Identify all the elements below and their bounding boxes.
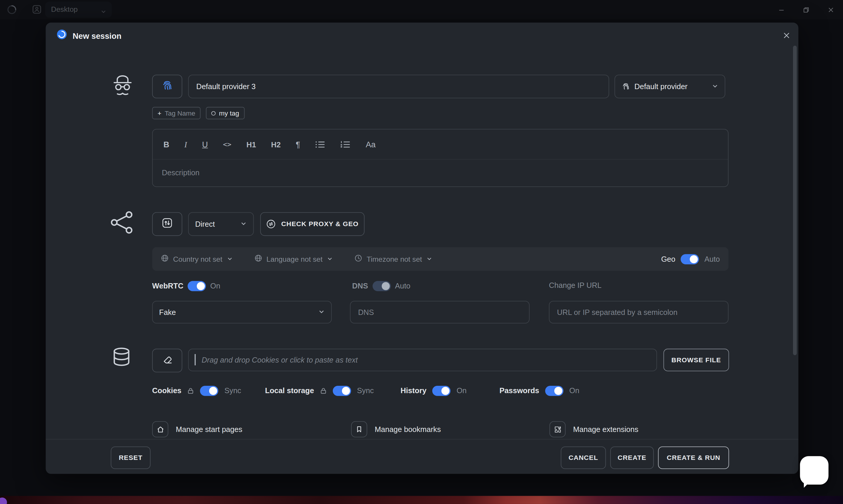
tag-chip[interactable]: my tag bbox=[206, 107, 245, 120]
chevron-down-icon bbox=[227, 255, 232, 263]
timezone-label: Timezone not set bbox=[367, 255, 422, 263]
check-proxy-geo-label: CHECK PROXY & GEO bbox=[281, 220, 359, 228]
create-and-run-button[interactable]: CREATE & RUN bbox=[658, 446, 729, 469]
provider-select[interactable]: Default provider bbox=[614, 75, 725, 98]
puzzle-icon bbox=[549, 421, 565, 437]
text-caret bbox=[194, 354, 196, 365]
manage-start-pages-label: Manage start pages bbox=[176, 425, 242, 433]
manage-bookmarks-button[interactable]: Manage bookmarks bbox=[351, 421, 441, 437]
manage-extensions-button[interactable]: Manage extensions bbox=[549, 421, 638, 437]
cookies-sync-toggle[interactable] bbox=[200, 385, 218, 396]
chevron-down-icon bbox=[327, 255, 333, 263]
italic-button[interactable]: I bbox=[184, 139, 187, 150]
modal-scrollbar[interactable] bbox=[793, 46, 797, 355]
session-icon bbox=[56, 29, 67, 42]
cancel-button[interactable]: CANCEL bbox=[561, 446, 606, 469]
check-proxy-geo-button[interactable]: CHECK PROXY & GEO bbox=[260, 212, 364, 236]
manage-bookmarks-label: Manage bookmarks bbox=[375, 425, 441, 433]
heading1-button[interactable]: H1 bbox=[246, 139, 256, 150]
database-icon bbox=[109, 345, 134, 373]
modal-close-button[interactable] bbox=[781, 30, 792, 41]
lock-icon bbox=[320, 387, 327, 394]
chevron-down-icon bbox=[426, 255, 432, 263]
webrtc-mode-label: Fake bbox=[159, 308, 314, 317]
tag-label: my tag bbox=[219, 109, 239, 117]
chevron-down-icon bbox=[318, 308, 325, 317]
fingerprint-icon bbox=[161, 79, 173, 93]
ordered-list-icon[interactable] bbox=[340, 141, 351, 148]
app-window: Desktop New session bbox=[0, 0, 843, 504]
clock-icon bbox=[354, 254, 362, 264]
cookies-label: Cookies bbox=[152, 386, 181, 395]
description-placeholder: Description bbox=[162, 168, 728, 177]
provider-label: Default provider bbox=[634, 82, 707, 91]
passwords-value: On bbox=[569, 386, 579, 395]
plus-icon: + bbox=[157, 109, 161, 117]
paragraph-button[interactable]: ¶ bbox=[296, 139, 300, 150]
browse-file-label: BROWSE FILE bbox=[671, 356, 721, 364]
dns-value: Auto bbox=[395, 282, 410, 290]
passwords-toggle[interactable] bbox=[545, 385, 563, 396]
proxy-type-label: Direct bbox=[195, 220, 236, 228]
dns-input[interactable] bbox=[350, 301, 529, 323]
proxy-type-select[interactable]: Direct bbox=[188, 212, 254, 236]
modal-title: New session bbox=[73, 31, 122, 40]
cookies-drop-input[interactable] bbox=[188, 349, 657, 372]
chevron-down-icon bbox=[240, 220, 247, 228]
change-ip-label: Change IP URL bbox=[549, 281, 602, 290]
reset-button[interactable]: RESET bbox=[111, 446, 151, 469]
dns-toggle[interactable] bbox=[372, 281, 390, 291]
underline-button[interactable]: U bbox=[202, 139, 208, 150]
language-select[interactable]: Language not set bbox=[254, 254, 333, 264]
create-button[interactable]: CREATE bbox=[610, 446, 654, 469]
cookies-value: Sync bbox=[225, 386, 241, 395]
add-tag-placeholder: Tag Name bbox=[165, 109, 195, 117]
clear-cookies-button[interactable] bbox=[152, 349, 182, 372]
local-storage-label: Local storage bbox=[265, 386, 314, 395]
webrtc-mode-select[interactable]: Fake bbox=[152, 301, 332, 323]
chat-widget[interactable] bbox=[800, 456, 829, 485]
bold-button[interactable]: B bbox=[163, 139, 169, 150]
manage-extensions-label: Manage extensions bbox=[573, 425, 638, 433]
description-editor[interactable]: B I U <> H1 H2 ¶ bbox=[152, 129, 728, 187]
globe-icon bbox=[161, 254, 169, 264]
proxy-settings-button[interactable] bbox=[152, 212, 182, 236]
cookies-drop-zone bbox=[188, 349, 657, 372]
refresh-icon bbox=[266, 219, 276, 229]
fingerprint-icon bbox=[621, 82, 630, 91]
bullet-list-icon[interactable] bbox=[315, 141, 326, 148]
geo-toggle[interactable] bbox=[681, 254, 699, 264]
add-tag-chip[interactable]: + Tag Name bbox=[152, 107, 201, 120]
local-storage-value: Sync bbox=[357, 386, 374, 395]
globe-icon bbox=[254, 254, 262, 264]
history-value: On bbox=[457, 386, 467, 395]
browse-file-button[interactable]: BROWSE FILE bbox=[664, 349, 729, 372]
code-button[interactable]: <> bbox=[223, 139, 232, 150]
change-ip-input[interactable] bbox=[549, 301, 728, 323]
home-icon bbox=[152, 421, 168, 437]
dns-label: DNS bbox=[352, 282, 368, 290]
profile-name-input[interactable] bbox=[188, 75, 609, 98]
geo-value: Auto bbox=[704, 255, 720, 263]
chevron-down-icon bbox=[712, 82, 718, 91]
manage-start-pages-button[interactable]: Manage start pages bbox=[152, 421, 243, 437]
timezone-select[interactable]: Timezone not set bbox=[354, 254, 432, 264]
webrtc-toggle[interactable] bbox=[188, 281, 206, 291]
webrtc-value: On bbox=[210, 282, 221, 290]
history-label: History bbox=[401, 386, 426, 395]
fingerprint-button[interactable] bbox=[152, 75, 182, 98]
transfer-icon bbox=[161, 217, 173, 231]
history-toggle[interactable] bbox=[432, 385, 451, 396]
fontcase-button[interactable]: Aa bbox=[366, 139, 376, 150]
country-label: Country not set bbox=[173, 255, 222, 263]
heading2-button[interactable]: H2 bbox=[271, 139, 281, 150]
local-storage-sync-toggle[interactable] bbox=[333, 385, 351, 396]
network-icon bbox=[109, 210, 135, 238]
bookmark-icon bbox=[351, 421, 367, 437]
new-session-modal: New session bbox=[46, 23, 798, 474]
editor-toolbar: B I U <> H1 H2 ¶ bbox=[153, 129, 728, 159]
reset-label: RESET bbox=[119, 454, 143, 462]
eraser-icon bbox=[161, 354, 173, 367]
geo-bar: Country not set Language not set Timezon bbox=[152, 247, 728, 271]
country-select[interactable]: Country not set bbox=[161, 254, 232, 264]
